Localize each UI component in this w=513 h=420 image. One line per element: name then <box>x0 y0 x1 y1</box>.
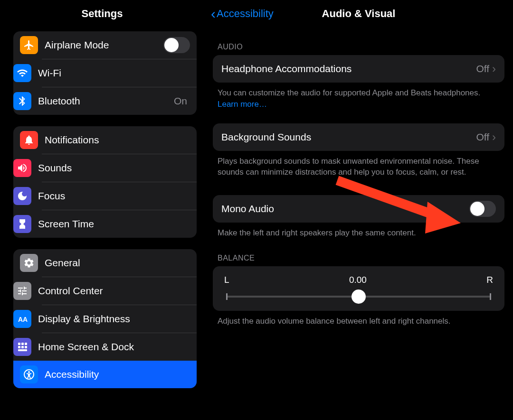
bluetooth-icon <box>13 92 31 110</box>
display-row[interactable]: AA Display & Brightness <box>42 305 197 333</box>
wifi-label: Wi-Fi <box>38 67 190 79</box>
focus-row[interactable]: Focus <box>42 182 197 210</box>
focus-label: Focus <box>38 190 190 202</box>
text-size-icon: AA <box>13 310 31 328</box>
mono-toggle[interactable] <box>469 201 496 217</box>
headphone-label: Headphone Accommodations <box>221 63 476 75</box>
svg-rect-5 <box>21 346 24 348</box>
airplane-mode-row[interactable]: Airplane Mode <box>13 31 197 59</box>
balance-r-label: R <box>486 275 493 285</box>
background-label: Background Sounds <box>221 131 476 143</box>
bluetooth-value: On <box>174 95 187 107</box>
sounds-row[interactable]: Sounds <box>42 154 197 182</box>
balance-footer: Adjust the audio volume balance between … <box>218 316 500 327</box>
chevron-right-icon: › <box>492 63 496 75</box>
headphone-group: Headphone Accommodations Off › <box>213 55 504 83</box>
balance-value: 0.00 <box>349 275 367 285</box>
detail-panel: ‹ Accessibility Audio & Visual AUDIO Hea… <box>204 0 513 420</box>
general-row[interactable]: General <box>13 249 197 277</box>
mono-group: Mono Audio <box>213 195 504 223</box>
settings-panel: Settings Airplane Mode Wi-Fi Bluetooth O… <box>0 0 204 420</box>
background-group: Background Sounds Off › <box>213 123 504 151</box>
moon-icon <box>13 187 31 205</box>
sounds-label: Sounds <box>38 162 190 174</box>
airplane-toggle[interactable] <box>163 37 190 53</box>
screentime-row[interactable]: Screen Time <box>42 210 197 238</box>
background-sounds-row[interactable]: Background Sounds Off › <box>213 123 504 151</box>
back-button[interactable]: ‹ Accessibility <box>211 7 274 21</box>
svg-rect-6 <box>25 346 27 348</box>
balance-slider[interactable] <box>226 296 491 298</box>
audio-section-header: AUDIO <box>218 43 500 51</box>
notifications-row[interactable]: Notifications <box>13 126 197 154</box>
accessibility-label: Accessibility <box>45 369 190 380</box>
controlcenter-label: Control Center <box>38 285 190 297</box>
svg-point-9 <box>28 371 30 373</box>
bell-icon <box>20 131 38 149</box>
back-label: Accessibility <box>217 8 274 20</box>
screentime-label: Screen Time <box>38 218 190 230</box>
settings-group-notifications: Notifications Sounds Focus Screen Time <box>13 126 197 238</box>
svg-rect-4 <box>18 346 20 348</box>
speaker-icon <box>13 159 31 177</box>
detail-title: Audio & Visual <box>322 8 396 20</box>
background-footer: Plays background sounds to mask unwanted… <box>218 156 500 178</box>
headphone-row[interactable]: Headphone Accommodations Off › <box>213 55 504 83</box>
svg-rect-7 <box>18 349 27 351</box>
hourglass-icon <box>13 215 31 233</box>
bluetooth-label: Bluetooth <box>38 95 174 107</box>
balance-section-header: BALANCE <box>218 254 500 262</box>
balance-control: L 0.00 R <box>213 266 504 311</box>
airplane-icon <box>20 36 38 54</box>
display-label: Display & Brightness <box>38 313 190 325</box>
chevron-left-icon: ‹ <box>211 7 216 21</box>
svg-text:AA: AA <box>18 316 28 323</box>
settings-group-connectivity: Airplane Mode Wi-Fi Bluetooth On <box>13 31 197 115</box>
mono-label: Mono Audio <box>221 203 469 215</box>
wifi-icon <box>13 64 31 82</box>
mono-audio-row[interactable]: Mono Audio <box>213 195 504 223</box>
general-label: General <box>45 257 190 269</box>
homescreen-row[interactable]: Home Screen & Dock <box>42 333 197 361</box>
bluetooth-row[interactable]: Bluetooth On <box>42 87 197 115</box>
sliders-icon <box>13 282 31 300</box>
airplane-label: Airplane Mode <box>45 39 163 51</box>
homescreen-label: Home Screen & Dock <box>38 341 190 353</box>
background-value: Off <box>476 131 489 143</box>
accessibility-icon <box>20 365 38 383</box>
chevron-right-icon: › <box>492 131 496 143</box>
svg-rect-2 <box>21 343 24 345</box>
gear-icon <box>20 254 38 272</box>
accessibility-row[interactable]: Accessibility <box>13 361 197 388</box>
svg-rect-3 <box>25 343 27 345</box>
mono-footer: Make the left and right speakers play th… <box>218 227 500 239</box>
balance-thumb[interactable] <box>352 289 366 304</box>
notifications-label: Notifications <box>45 134 190 146</box>
grid-icon <box>13 338 31 356</box>
settings-group-general: General Control Center AA Display & Brig… <box>13 249 197 388</box>
controlcenter-row[interactable]: Control Center <box>42 277 197 305</box>
learn-more-link[interactable]: Learn more… <box>218 100 267 109</box>
settings-title: Settings <box>0 8 204 20</box>
balance-l-label: L <box>224 275 229 285</box>
wifi-row[interactable]: Wi-Fi <box>42 59 197 87</box>
svg-rect-1 <box>18 343 20 345</box>
headphone-footer: You can customize the audio for supporte… <box>218 87 500 110</box>
headphone-value: Off <box>476 63 489 75</box>
